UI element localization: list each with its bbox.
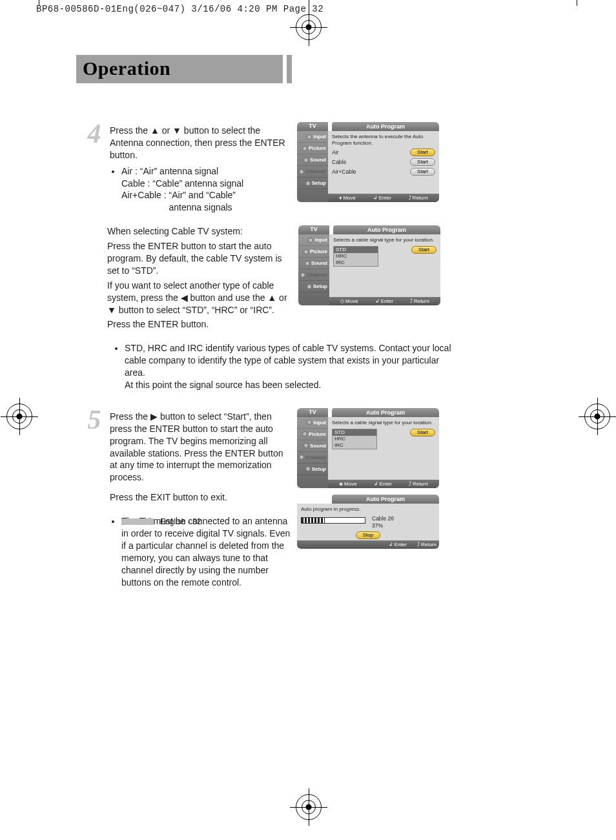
enter-icon: ↲ <box>389 542 393 548</box>
osd-auto-program-progress: Auto Program Auto program in progress. C… <box>297 495 439 549</box>
step4-text-cable: When selecting Cable TV system: Press th… <box>107 225 289 333</box>
osd-side-sound[interactable]: Sound <box>297 154 328 166</box>
crop-target-icon <box>296 14 322 40</box>
osd-start-button[interactable]: Start <box>410 429 435 436</box>
osd-opt-irc: IRC <box>334 260 378 266</box>
osd-cable-type-list[interactable]: STD HRC IRC <box>333 246 378 267</box>
return-icon: ⤴ <box>410 298 413 304</box>
osd-desc: Selects the antenna to execute the Auto … <box>332 134 435 146</box>
crop-target-icon <box>296 794 322 820</box>
osd-side-picture[interactable]: Picture <box>297 143 328 154</box>
print-header: BP68-00586D-01Eng(026~047) 3/16/06 4:20 … <box>36 4 323 14</box>
osd-opt-cable[interactable]: Cable <box>332 159 346 165</box>
osd-footer: ◇Move ↲Enter ⤴Return <box>329 297 440 305</box>
page-footer: English - 32 <box>121 517 201 526</box>
progress-bar <box>301 517 365 524</box>
osd-menu-auto-program-antenna: TV Auto Program Input Picture Sound Chan… <box>297 122 439 214</box>
osd-footer: ♦Move ↲Enter ⤴Return <box>328 194 439 202</box>
osd-start-button[interactable]: Start <box>411 246 436 254</box>
step5-text: Press the ▶ button to select “Start”, th… <box>110 408 291 589</box>
step4-note: STD, HRC and IRC identify various types … <box>110 342 452 391</box>
step4-text: Press the ▲ or ▼ button to select the An… <box>110 122 291 214</box>
osd-side-input[interactable]: Input <box>297 131 328 143</box>
osd-opt-aircable[interactable]: Air+Cable <box>332 169 356 175</box>
section-title: Operation <box>83 57 274 79</box>
section-title-bar: Operation <box>76 55 567 83</box>
return-icon: ⤴ <box>417 542 420 548</box>
osd-side-setup[interactable]: Setup <box>297 178 328 189</box>
return-icon: ⤴ <box>409 481 411 487</box>
left-right-icon: ◇ <box>340 298 344 304</box>
osd-menu-cable-type-start: TV Auto Program Input Picture Sound Chan… <box>297 408 439 488</box>
return-icon: ⤴ <box>409 195 411 201</box>
progress-channel: Cable 26 <box>372 515 394 522</box>
osd-start-button[interactable]: Start <box>410 168 435 176</box>
crop-target-icon <box>6 404 32 429</box>
osd-footer: ◈Move ↲Enter ⤴Return <box>328 480 439 488</box>
osd-opt-std: STD <box>334 247 378 253</box>
osd-opt-air[interactable]: Air <box>332 149 338 156</box>
osd-menu-cable-type: TV Auto Program Input Picture Sound Chan… <box>298 225 440 333</box>
enter-icon: ↲ <box>375 298 380 304</box>
osd-cable-type-list[interactable]: STD HRC IRC <box>332 429 377 449</box>
step-number: 5 <box>81 408 107 589</box>
osd-stop-button[interactable]: Stop <box>356 531 380 539</box>
enter-icon: ↲ <box>373 195 378 201</box>
page-number: English - 32 <box>160 517 201 526</box>
osd-progress-desc: Auto program in progress. <box>301 506 435 513</box>
osd-tv-label: TV <box>297 122 328 131</box>
progress-percent: 37% <box>372 522 394 529</box>
crop-target-icon <box>584 404 610 429</box>
osd-start-button[interactable]: Start <box>410 149 435 156</box>
up-down-icon: ♦ <box>339 195 342 201</box>
left-right-icon: ◈ <box>339 481 343 487</box>
osd-side-channel[interactable]: Channel <box>297 166 328 178</box>
osd-start-button[interactable]: Start <box>410 158 435 166</box>
enter-icon: ↲ <box>374 481 378 487</box>
step-number: 4 <box>81 122 107 214</box>
osd-title: Auto Program <box>332 122 439 131</box>
osd-opt-hrc: HRC <box>334 253 378 260</box>
